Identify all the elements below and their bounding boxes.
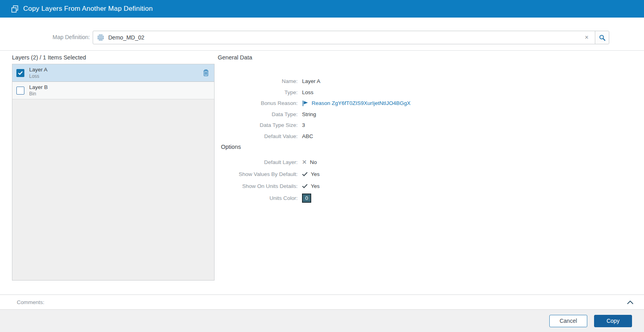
comments-label: Comments: (17, 299, 44, 305)
layer-row-layer-b[interactable]: Layer B Bin (12, 82, 214, 99)
layers-list-header: Layers (2) / 1 Items Selected (12, 54, 86, 61)
layer-type: Loss (29, 73, 48, 79)
field-label: Default Value: (218, 133, 298, 139)
field-label: Data Type Size: (218, 122, 298, 128)
layer-b-checkbox[interactable] (16, 87, 24, 95)
field-value: Layer A (302, 78, 320, 84)
clear-icon[interactable]: × (582, 34, 591, 42)
layers-list: Layer A Loss Layer B Bin (12, 64, 215, 281)
field-bonus-reason: Bonus Reason: Reason ZgY6fT0ZIS9XurIjetN… (218, 98, 577, 109)
layer-type: Bin (29, 91, 48, 97)
layer-a-checkbox[interactable] (16, 69, 24, 77)
option-default-layer: Default Layer: ✕ No (218, 156, 577, 168)
cross-icon: ✕ (302, 159, 307, 165)
field-value: Loss (302, 89, 314, 95)
field-type: Type: Loss (218, 87, 577, 98)
search-button[interactable] (595, 31, 609, 44)
field-value: 3 (302, 122, 305, 128)
layer-row-layer-a[interactable]: Layer A Loss (12, 64, 214, 82)
field-label: Name: (218, 78, 298, 84)
map-definition-wafer-icon (97, 34, 104, 41)
chevron-up-icon (627, 300, 634, 304)
layer-name: Layer B (29, 84, 48, 90)
field-value: ABC (302, 133, 313, 139)
units-color-swatch[interactable]: 0 (302, 194, 311, 203)
comments-bar: Comments: (0, 294, 644, 309)
check-icon (302, 184, 308, 188)
dialog-title: Copy Layers From Another Map Definition (23, 5, 153, 13)
field-default-value: Default Value: ABC (218, 131, 577, 142)
bonus-reason-link[interactable]: Reason ZgY6fT0ZIS9XurIjetNtIJO4BGgX (312, 100, 411, 106)
option-show-values-by-default: Show Values By Default: Yes (218, 168, 577, 180)
check-icon (302, 172, 308, 176)
map-definition-field: Demo_MD_02 × (93, 31, 609, 44)
field-label: Data Type: (218, 111, 298, 117)
field-label: Type: (218, 89, 298, 95)
field-data-type: Data Type: String (218, 109, 577, 120)
options-fields: Default Layer: ✕ No Show Values By Defau… (218, 156, 577, 204)
option-value: No (310, 159, 317, 165)
general-data-title: General Data (218, 54, 252, 61)
delete-layer-button[interactable] (203, 69, 209, 77)
option-value: Yes (311, 171, 320, 177)
collapse-comments-button[interactable] (627, 300, 634, 304)
option-value: Yes (311, 183, 320, 189)
copy-layers-icon (11, 5, 19, 13)
content-divider (0, 50, 644, 51)
layer-name: Layer A (29, 67, 48, 73)
option-units-color: Units Color: 0 (218, 192, 577, 204)
search-icon (599, 34, 606, 41)
field-label: Show On Units Details: (218, 183, 298, 189)
dialog-titlebar: Copy Layers From Another Map Definition (0, 0, 644, 18)
field-name: Name: Layer A (218, 76, 577, 87)
field-label: Show Values By Default: (218, 171, 298, 177)
field-value: String (302, 111, 316, 117)
field-label: Units Color: (218, 195, 298, 201)
dialog-footer: Cancel Copy (0, 309, 644, 332)
field-label: Bonus Reason: (218, 100, 298, 106)
options-title: Options (221, 144, 241, 150)
option-show-on-units-details: Show On Units Details: Yes (218, 180, 577, 192)
field-data-type-size: Data Type Size: 3 (218, 120, 577, 131)
flag-icon (302, 100, 308, 107)
map-definition-input[interactable]: Demo_MD_02 × (93, 31, 595, 44)
general-data-fields: Name: Layer A Type: Loss Bonus Reason: R… (218, 76, 577, 142)
field-label: Default Layer: (218, 159, 298, 165)
copy-button[interactable]: Copy (594, 315, 632, 327)
cancel-button[interactable]: Cancel (549, 315, 587, 327)
map-definition-label: Map Definition: (0, 34, 90, 40)
map-definition-value: Demo_MD_02 (108, 34, 144, 41)
